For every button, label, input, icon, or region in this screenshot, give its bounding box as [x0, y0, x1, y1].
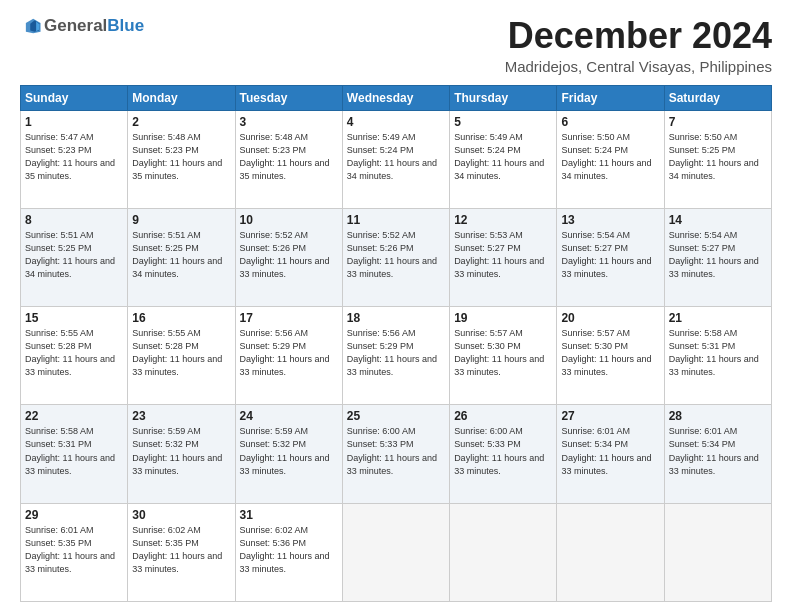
- calendar-cell: 3Sunrise: 5:48 AMSunset: 5:23 PMDaylight…: [235, 110, 342, 208]
- day-info: Sunrise: 5:52 AMSunset: 5:26 PMDaylight:…: [240, 229, 338, 281]
- calendar-week-1: 1Sunrise: 5:47 AMSunset: 5:23 PMDaylight…: [21, 110, 772, 208]
- day-number: 10: [240, 213, 338, 227]
- calendar-cell: 16Sunrise: 5:55 AMSunset: 5:28 PMDayligh…: [128, 307, 235, 405]
- calendar-cell: 9Sunrise: 5:51 AMSunset: 5:25 PMDaylight…: [128, 208, 235, 306]
- day-info: Sunrise: 5:59 AMSunset: 5:32 PMDaylight:…: [132, 425, 230, 477]
- calendar-cell: [450, 503, 557, 601]
- day-number: 19: [454, 311, 552, 325]
- calendar-cell: 29Sunrise: 6:01 AMSunset: 5:35 PMDayligh…: [21, 503, 128, 601]
- day-number: 20: [561, 311, 659, 325]
- day-number: 21: [669, 311, 767, 325]
- day-number: 3: [240, 115, 338, 129]
- calendar-week-4: 22Sunrise: 5:58 AMSunset: 5:31 PMDayligh…: [21, 405, 772, 503]
- weekday-header-thursday: Thursday: [450, 85, 557, 110]
- calendar-cell: 28Sunrise: 6:01 AMSunset: 5:34 PMDayligh…: [664, 405, 771, 503]
- calendar-cell: [664, 503, 771, 601]
- calendar-week-3: 15Sunrise: 5:55 AMSunset: 5:28 PMDayligh…: [21, 307, 772, 405]
- day-info: Sunrise: 5:51 AMSunset: 5:25 PMDaylight:…: [25, 229, 123, 281]
- day-number: 15: [25, 311, 123, 325]
- day-number: 7: [669, 115, 767, 129]
- day-info: Sunrise: 5:55 AMSunset: 5:28 PMDaylight:…: [132, 327, 230, 379]
- day-info: Sunrise: 5:59 AMSunset: 5:32 PMDaylight:…: [240, 425, 338, 477]
- day-number: 9: [132, 213, 230, 227]
- calendar-cell: 10Sunrise: 5:52 AMSunset: 5:26 PMDayligh…: [235, 208, 342, 306]
- calendar-cell: 8Sunrise: 5:51 AMSunset: 5:25 PMDaylight…: [21, 208, 128, 306]
- day-info: Sunrise: 6:01 AMSunset: 5:34 PMDaylight:…: [561, 425, 659, 477]
- day-info: Sunrise: 5:50 AMSunset: 5:24 PMDaylight:…: [561, 131, 659, 183]
- calendar-cell: 25Sunrise: 6:00 AMSunset: 5:33 PMDayligh…: [342, 405, 449, 503]
- calendar-cell: 21Sunrise: 5:58 AMSunset: 5:31 PMDayligh…: [664, 307, 771, 405]
- weekday-header-friday: Friday: [557, 85, 664, 110]
- day-info: Sunrise: 5:54 AMSunset: 5:27 PMDaylight:…: [561, 229, 659, 281]
- location-title: Madridejos, Central Visayas, Philippines: [505, 58, 772, 75]
- calendar-cell: 20Sunrise: 5:57 AMSunset: 5:30 PMDayligh…: [557, 307, 664, 405]
- day-number: 8: [25, 213, 123, 227]
- day-info: Sunrise: 5:48 AMSunset: 5:23 PMDaylight:…: [240, 131, 338, 183]
- weekday-header-saturday: Saturday: [664, 85, 771, 110]
- calendar-cell: 18Sunrise: 5:56 AMSunset: 5:29 PMDayligh…: [342, 307, 449, 405]
- day-number: 29: [25, 508, 123, 522]
- day-info: Sunrise: 6:02 AMSunset: 5:36 PMDaylight:…: [240, 524, 338, 576]
- day-info: Sunrise: 6:00 AMSunset: 5:33 PMDaylight:…: [454, 425, 552, 477]
- day-number: 26: [454, 409, 552, 423]
- day-info: Sunrise: 5:51 AMSunset: 5:25 PMDaylight:…: [132, 229, 230, 281]
- calendar-cell: 24Sunrise: 5:59 AMSunset: 5:32 PMDayligh…: [235, 405, 342, 503]
- day-number: 12: [454, 213, 552, 227]
- calendar-cell: 27Sunrise: 6:01 AMSunset: 5:34 PMDayligh…: [557, 405, 664, 503]
- day-info: Sunrise: 5:55 AMSunset: 5:28 PMDaylight:…: [25, 327, 123, 379]
- day-info: Sunrise: 5:47 AMSunset: 5:23 PMDaylight:…: [25, 131, 123, 183]
- day-number: 27: [561, 409, 659, 423]
- calendar-cell: 17Sunrise: 5:56 AMSunset: 5:29 PMDayligh…: [235, 307, 342, 405]
- day-number: 13: [561, 213, 659, 227]
- title-block: December 2024 Madridejos, Central Visaya…: [505, 16, 772, 75]
- day-info: Sunrise: 5:56 AMSunset: 5:29 PMDaylight:…: [240, 327, 338, 379]
- calendar-cell: 19Sunrise: 5:57 AMSunset: 5:30 PMDayligh…: [450, 307, 557, 405]
- day-info: Sunrise: 5:57 AMSunset: 5:30 PMDaylight:…: [454, 327, 552, 379]
- calendar-cell: 14Sunrise: 5:54 AMSunset: 5:27 PMDayligh…: [664, 208, 771, 306]
- calendar-cell: 26Sunrise: 6:00 AMSunset: 5:33 PMDayligh…: [450, 405, 557, 503]
- calendar-cell: 22Sunrise: 5:58 AMSunset: 5:31 PMDayligh…: [21, 405, 128, 503]
- day-info: Sunrise: 5:57 AMSunset: 5:30 PMDaylight:…: [561, 327, 659, 379]
- calendar-week-5: 29Sunrise: 6:01 AMSunset: 5:35 PMDayligh…: [21, 503, 772, 601]
- logo-general-text: General: [44, 16, 107, 36]
- page: GeneralBlue December 2024 Madridejos, Ce…: [0, 0, 792, 612]
- day-info: Sunrise: 5:54 AMSunset: 5:27 PMDaylight:…: [669, 229, 767, 281]
- calendar-cell: 11Sunrise: 5:52 AMSunset: 5:26 PMDayligh…: [342, 208, 449, 306]
- day-info: Sunrise: 5:53 AMSunset: 5:27 PMDaylight:…: [454, 229, 552, 281]
- calendar-cell: 6Sunrise: 5:50 AMSunset: 5:24 PMDaylight…: [557, 110, 664, 208]
- day-number: 17: [240, 311, 338, 325]
- day-info: Sunrise: 5:50 AMSunset: 5:25 PMDaylight:…: [669, 131, 767, 183]
- day-number: 30: [132, 508, 230, 522]
- weekday-header-monday: Monday: [128, 85, 235, 110]
- calendar-cell: 13Sunrise: 5:54 AMSunset: 5:27 PMDayligh…: [557, 208, 664, 306]
- calendar-table: SundayMondayTuesdayWednesdayThursdayFrid…: [20, 85, 772, 602]
- day-number: 31: [240, 508, 338, 522]
- calendar-cell: [342, 503, 449, 601]
- day-info: Sunrise: 5:48 AMSunset: 5:23 PMDaylight:…: [132, 131, 230, 183]
- calendar-cell: 7Sunrise: 5:50 AMSunset: 5:25 PMDaylight…: [664, 110, 771, 208]
- logo-blue-text: Blue: [107, 16, 144, 36]
- day-number: 22: [25, 409, 123, 423]
- day-info: Sunrise: 5:58 AMSunset: 5:31 PMDaylight:…: [25, 425, 123, 477]
- calendar-cell: 23Sunrise: 5:59 AMSunset: 5:32 PMDayligh…: [128, 405, 235, 503]
- day-number: 28: [669, 409, 767, 423]
- calendar-cell: [557, 503, 664, 601]
- calendar-cell: 2Sunrise: 5:48 AMSunset: 5:23 PMDaylight…: [128, 110, 235, 208]
- day-info: Sunrise: 6:00 AMSunset: 5:33 PMDaylight:…: [347, 425, 445, 477]
- calendar-cell: 12Sunrise: 5:53 AMSunset: 5:27 PMDayligh…: [450, 208, 557, 306]
- day-info: Sunrise: 5:58 AMSunset: 5:31 PMDaylight:…: [669, 327, 767, 379]
- day-info: Sunrise: 6:02 AMSunset: 5:35 PMDaylight:…: [132, 524, 230, 576]
- day-info: Sunrise: 6:01 AMSunset: 5:34 PMDaylight:…: [669, 425, 767, 477]
- calendar-cell: 31Sunrise: 6:02 AMSunset: 5:36 PMDayligh…: [235, 503, 342, 601]
- weekday-header-sunday: Sunday: [21, 85, 128, 110]
- day-info: Sunrise: 5:56 AMSunset: 5:29 PMDaylight:…: [347, 327, 445, 379]
- day-number: 5: [454, 115, 552, 129]
- day-info: Sunrise: 5:49 AMSunset: 5:24 PMDaylight:…: [347, 131, 445, 183]
- day-number: 23: [132, 409, 230, 423]
- calendar-cell: 30Sunrise: 6:02 AMSunset: 5:35 PMDayligh…: [128, 503, 235, 601]
- generalblue-icon: [20, 17, 42, 35]
- weekday-header-row: SundayMondayTuesdayWednesdayThursdayFrid…: [21, 85, 772, 110]
- day-number: 16: [132, 311, 230, 325]
- day-number: 11: [347, 213, 445, 227]
- day-number: 2: [132, 115, 230, 129]
